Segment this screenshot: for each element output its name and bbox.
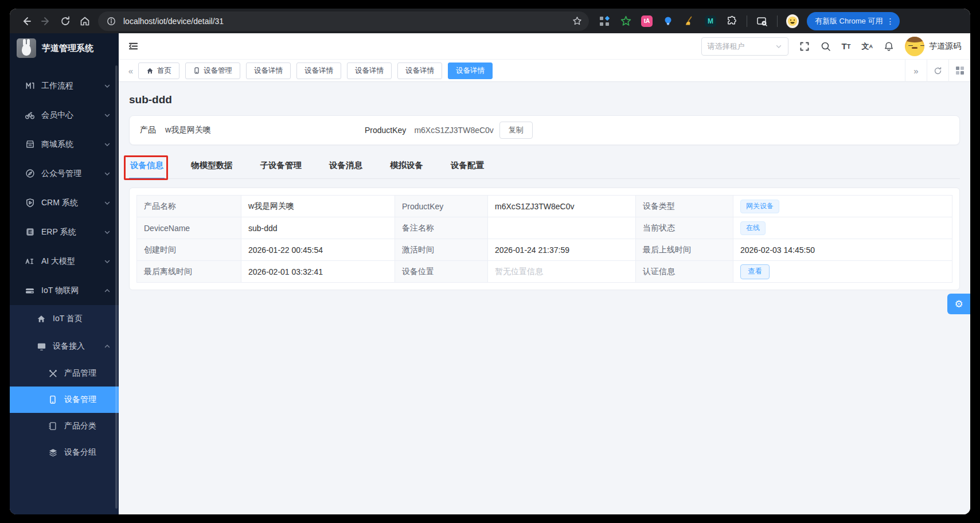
view-tab-device-detail-active[interactable]: 设备详情 — [448, 63, 493, 79]
cell-value: 暂无位置信息 — [488, 261, 636, 283]
sidebar-item-product-management[interactable]: 产品管理 — [10, 360, 119, 387]
chevron-down-icon — [104, 170, 111, 177]
font-size-icon[interactable]: TT — [842, 41, 851, 51]
green-star-extension-icon[interactable] — [619, 15, 632, 28]
settings-gear-button[interactable]: ⚙ — [947, 294, 970, 314]
tab-thing-model-data[interactable]: 物模型数据 — [191, 160, 233, 171]
sidebar-item-device-management[interactable]: 设备管理 — [10, 387, 119, 413]
chevron-down-icon — [104, 141, 111, 148]
product-name: w我是网关噢 — [165, 125, 211, 135]
sidebar-item-label: 会员中心 — [41, 110, 97, 120]
cell-value: 2026-02-03 14:45:50 — [733, 239, 952, 261]
reload-icon[interactable] — [56, 11, 75, 31]
lamp-extension-icon[interactable] — [662, 15, 674, 28]
view-tab-home[interactable]: 首页 — [138, 63, 179, 79]
search-icon[interactable] — [821, 41, 831, 52]
capture-tool-icon[interactable] — [756, 15, 768, 28]
sidebar-item-device-group[interactable]: 设备分组 — [10, 439, 119, 466]
translate-extension-icon[interactable]: tA — [641, 15, 653, 28]
page-content: sub-ddd 产品 w我是网关噢 ProductKey m6XcS1ZJ3TW… — [119, 82, 970, 514]
tab-simulate-device[interactable]: 模拟设备 — [390, 160, 423, 171]
browser-menu-icon[interactable]: ⋮ — [885, 17, 895, 26]
sidebar-item-iot[interactable]: IoT 物联网 — [10, 276, 119, 305]
view-tab-device-management[interactable]: 设备管理 — [185, 63, 240, 79]
tabs-scroll-right-icon[interactable]: » — [905, 60, 927, 82]
language-icon[interactable]: 文A — [862, 41, 873, 52]
home-icon — [36, 314, 46, 324]
app-logo[interactable]: 芋道管理系统 — [10, 33, 119, 63]
user-avatar — [905, 37, 924, 56]
cell-label: 产品名称 — [137, 196, 241, 217]
view-tab-device-detail[interactable]: 设备详情 — [397, 63, 442, 79]
sidebar-menu: 报表管理 工作流程 会员中心 商城系统 — [10, 63, 119, 514]
view-tabs-bar: « 首页 设备管理 设备详情 设备详情 设备详情 设备详情 设备详情 — [119, 60, 970, 82]
view-tab-device-detail[interactable]: 设备详情 — [246, 63, 291, 79]
sidebar-item-product-category[interactable]: 产品分类 — [10, 413, 119, 439]
sidebar-item-erp[interactable]: ERP 系统 — [10, 217, 119, 247]
tab-device-message[interactable]: 设备消息 — [329, 160, 362, 171]
workflow-icon — [25, 81, 35, 91]
chevron-up-icon — [104, 287, 111, 294]
forward-icon[interactable] — [36, 11, 56, 31]
sidebar-item-workflow[interactable]: 工作流程 — [10, 71, 119, 100]
app-title: 芋道管理系统 — [42, 43, 93, 54]
chrome-update-button[interactable]: 有新版 Chrome 可用 ⋮ — [807, 12, 900, 30]
cell-value: 网关设备 — [733, 196, 952, 217]
site-info-icon[interactable] — [105, 15, 118, 28]
tab-sub-device-management[interactable]: 子设备管理 — [260, 160, 302, 171]
sidebar-item-ai[interactable]: AI 大模型 — [10, 247, 119, 276]
copy-button[interactable]: 复制 — [499, 122, 533, 139]
cell-value: 2026-01-24 21:37:59 — [488, 239, 636, 261]
sidebar-scrollbar[interactable] — [115, 65, 118, 509]
address-bar[interactable]: localhost/iot/device/detail/31 — [98, 11, 589, 31]
table-row: 产品名称 w我是网关噢 ProductKey m6XcS1ZJ3TW8eC0v … — [137, 196, 952, 217]
monica-extension-icon[interactable]: M — [704, 15, 717, 28]
page-title: sub-ddd — [129, 93, 960, 106]
view-tab-label: 设备管理 — [204, 66, 232, 76]
fullscreen-icon[interactable] — [799, 41, 810, 52]
emoji-profile-icon[interactable] — [786, 15, 799, 28]
sidebar-item-crm[interactable]: CRM 系统 — [10, 188, 119, 217]
cell-value: w我是网关噢 — [241, 196, 395, 217]
extensions-puzzle-icon[interactable] — [725, 15, 738, 28]
home-icon[interactable] — [75, 11, 95, 31]
tenant-select[interactable]: 请选择租户 — [701, 37, 788, 56]
back-icon[interactable] — [17, 11, 36, 31]
pinned-extensions-grid-icon[interactable] — [598, 15, 611, 28]
sidebar-item-iot-home[interactable]: IoT 首页 — [10, 305, 119, 333]
browser-toolbar: localhost/iot/device/detail/31 tA M — [10, 9, 970, 33]
sidebar-item-label: 设备接入 — [53, 341, 97, 352]
cell-value — [488, 217, 636, 239]
bookmark-star-icon[interactable] — [572, 16, 582, 26]
url-text[interactable]: localhost/iot/device/detail/31 — [123, 17, 224, 26]
cell-value: m6XcS1ZJ3TW8eC0v — [488, 196, 636, 217]
view-tab-device-detail[interactable]: 设备详情 — [347, 63, 392, 79]
tools-icon — [48, 368, 58, 378]
user-menu[interactable]: 芋道源码 — [905, 37, 961, 56]
cell-label: 认证信息 — [636, 261, 733, 283]
tab-device-info[interactable]: 设备信息 — [130, 160, 163, 171]
sidebar-item-report-clipped[interactable]: 报表管理 — [10, 63, 119, 71]
bicycle-icon — [25, 110, 35, 120]
refresh-icon[interactable] — [927, 60, 948, 82]
cell-label: 当前状态 — [636, 217, 733, 239]
broom-extension-icon[interactable] — [683, 15, 696, 28]
view-tab-label: 设备详情 — [456, 66, 485, 76]
sidebar-item-member[interactable]: 会员中心 — [10, 100, 119, 130]
toolbar-separator — [747, 15, 747, 27]
sidebar-item-official-account[interactable]: 公众号管理 — [10, 159, 119, 188]
tab-device-config[interactable]: 设备配置 — [451, 160, 484, 171]
view-tabs-controls: » — [905, 60, 970, 82]
smartphone-icon — [48, 395, 58, 405]
collapse-menu-icon[interactable] — [128, 41, 139, 52]
sidebar-item-device-access[interactable]: 设备接入 — [10, 333, 119, 360]
layout-grid-icon[interactable] — [948, 60, 970, 82]
sidebar-item-label: 公众号管理 — [41, 169, 97, 179]
view-tab-device-detail[interactable]: 设备详情 — [296, 63, 341, 79]
view-auth-button[interactable]: 查看 — [740, 264, 770, 279]
sidebar-item-mall[interactable]: 商城系统 — [10, 130, 119, 159]
notification-bell-icon[interactable] — [884, 41, 894, 52]
tabs-scroll-left-icon[interactable]: « — [123, 66, 138, 76]
sidebar-item-label: 商城系统 — [41, 139, 97, 150]
table-row: 创建时间 2026-01-22 00:45:54 激活时间 2026-01-24… — [137, 239, 952, 261]
